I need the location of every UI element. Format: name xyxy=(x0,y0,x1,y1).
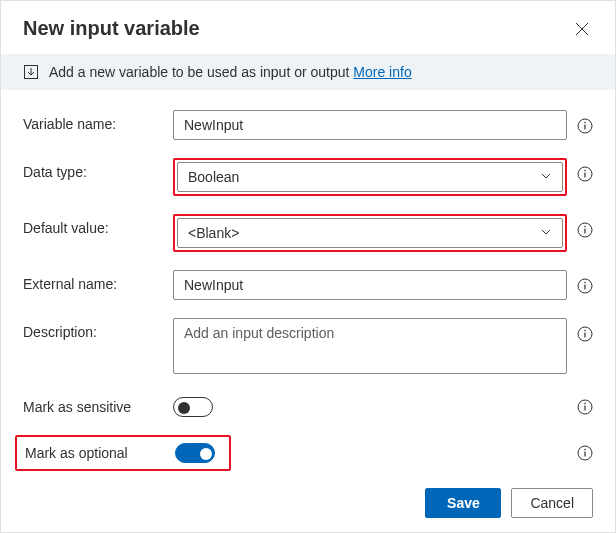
info-icon[interactable] xyxy=(577,445,593,461)
svg-point-2 xyxy=(584,122,586,124)
svg-point-8 xyxy=(584,226,586,228)
input-output-icon xyxy=(23,64,39,80)
info-text: Add a new variable to be used as input o… xyxy=(49,64,412,80)
chevron-down-icon xyxy=(540,225,552,241)
dialog-title: New input variable xyxy=(23,17,200,40)
close-icon xyxy=(575,22,589,36)
form-area: Variable name: Data type: Boolean xyxy=(1,90,615,489)
info-icon[interactable] xyxy=(577,166,593,182)
row-mark-optional: Mark as optional xyxy=(15,435,593,471)
label-mark-sensitive: Mark as sensitive xyxy=(23,399,173,415)
mark-sensitive-toggle[interactable] xyxy=(173,397,213,417)
info-icon[interactable] xyxy=(577,326,593,342)
dialog-footer: Save Cancel xyxy=(1,474,615,532)
data-type-value: Boolean xyxy=(188,169,239,185)
row-data-type: Data type: Boolean xyxy=(23,158,593,196)
svg-rect-15 xyxy=(584,333,585,338)
svg-rect-18 xyxy=(584,406,585,411)
info-icon[interactable] xyxy=(577,278,593,294)
label-external-name: External name: xyxy=(23,270,173,292)
svg-rect-9 xyxy=(584,229,585,234)
info-icon[interactable] xyxy=(577,118,593,134)
default-value-select[interactable]: <Blank> xyxy=(177,218,563,248)
label-data-type: Data type: xyxy=(23,158,173,180)
data-type-highlight: Boolean xyxy=(173,158,567,196)
label-description: Description: xyxy=(23,318,173,340)
mark-optional-toggle[interactable] xyxy=(175,443,215,463)
info-icon[interactable] xyxy=(577,399,593,415)
svg-point-5 xyxy=(584,170,586,172)
row-default-value: Default value: <Blank> xyxy=(23,214,593,252)
label-variable-name: Variable name: xyxy=(23,110,173,132)
variable-name-input[interactable] xyxy=(173,110,567,140)
default-value-value: <Blank> xyxy=(188,225,239,241)
label-mark-optional: Mark as optional xyxy=(25,445,175,461)
info-bar: Add a new variable to be used as input o… xyxy=(1,54,615,90)
svg-point-14 xyxy=(584,330,586,332)
chevron-down-icon xyxy=(540,169,552,185)
description-input[interactable] xyxy=(173,318,567,374)
mark-optional-highlight: Mark as optional xyxy=(15,435,231,471)
label-default-value: Default value: xyxy=(23,214,173,236)
svg-point-20 xyxy=(584,449,586,451)
info-icon[interactable] xyxy=(577,222,593,238)
save-button[interactable]: Save xyxy=(425,488,501,518)
dialog-header: New input variable xyxy=(1,1,615,54)
row-mark-sensitive: Mark as sensitive xyxy=(23,397,593,417)
more-info-link[interactable]: More info xyxy=(353,64,411,80)
default-value-highlight: <Blank> xyxy=(173,214,567,252)
row-variable-name: Variable name: xyxy=(23,110,593,140)
svg-rect-6 xyxy=(584,173,585,178)
svg-rect-3 xyxy=(584,125,585,130)
svg-point-11 xyxy=(584,282,586,284)
row-external-name: External name: xyxy=(23,270,593,300)
new-input-variable-dialog: New input variable Add a new variable to… xyxy=(1,1,615,532)
close-button[interactable] xyxy=(571,18,593,40)
data-type-select[interactable]: Boolean xyxy=(177,162,563,192)
svg-rect-21 xyxy=(584,452,585,457)
row-description: Description: xyxy=(23,318,593,377)
cancel-button[interactable]: Cancel xyxy=(511,488,593,518)
svg-point-17 xyxy=(584,403,586,405)
external-name-input[interactable] xyxy=(173,270,567,300)
svg-rect-12 xyxy=(584,285,585,290)
